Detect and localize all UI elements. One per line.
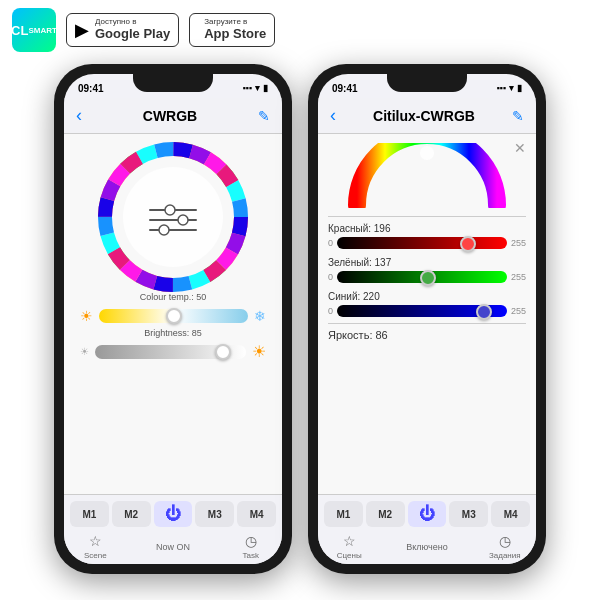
screen-right: 09:41 ▪▪▪ ▾ ▮ ‹ Citilux-CWRGB ✎	[318, 74, 536, 564]
blue-slider[interactable]	[337, 305, 507, 317]
signal-icon-right: ▪▪▪	[496, 83, 506, 93]
back-button-left[interactable]: ‹	[76, 105, 82, 126]
m1-button-left[interactable]: M1	[70, 501, 109, 527]
close-button-right[interactable]: ✕	[514, 140, 526, 156]
m2-button-right[interactable]: M2	[366, 501, 405, 527]
power-label-right: Включено	[406, 542, 448, 552]
m4-button-right[interactable]: M4	[491, 501, 530, 527]
header-title-left: CWRGB	[143, 108, 197, 124]
divider-1	[328, 216, 526, 217]
nav-tabs-left: ☆ Scene Now ON ◷ Task	[70, 533, 276, 560]
signal-icon: ▪▪▪	[242, 83, 252, 93]
header-title-right: Citilux-CWRGB	[373, 108, 475, 124]
time-left: 09:41	[78, 83, 104, 94]
temp-thumb[interactable]	[166, 308, 182, 324]
scene-label-left: Scene	[84, 551, 107, 560]
scene-icon-right: ☆	[343, 533, 356, 549]
red-slider[interactable]	[337, 237, 507, 249]
blue-thumb[interactable]	[476, 304, 492, 320]
svg-point-14	[178, 215, 188, 225]
svg-point-17	[420, 146, 434, 160]
memory-buttons-left: M1 M2 ⏻ M3 M4	[70, 501, 276, 527]
warm-sun-icon: ☀	[80, 308, 93, 324]
green-min: 0	[328, 272, 333, 282]
nav-tabs-right: ☆ Сцены Включено ◷ Задания	[324, 533, 530, 560]
edit-button-right[interactable]: ✎	[512, 108, 524, 124]
m2-button-left[interactable]: M2	[112, 501, 151, 527]
battery-icon: ▮	[263, 83, 268, 93]
power-icon-right: ⏻	[419, 505, 435, 523]
task-icon: ◷	[245, 533, 257, 549]
brightness-label: Brightness: 85	[78, 328, 268, 338]
temp-section: Colour temp.: 50 ☀ ❄	[74, 292, 272, 328]
memory-buttons-right: M1 M2 ⏻ M3 M4	[324, 501, 530, 527]
divider-2	[328, 323, 526, 324]
m3-button-right[interactable]: M3	[449, 501, 488, 527]
temp-slider[interactable]	[99, 309, 248, 323]
status-icons-right: ▪▪▪ ▾ ▮	[496, 83, 522, 93]
power-label-tab-left: Now ON	[123, 542, 224, 552]
phone-right: 09:41 ▪▪▪ ▾ ▮ ‹ Citilux-CWRGB ✎	[308, 64, 546, 574]
task-tab-left[interactable]: ◷ Task	[226, 533, 277, 560]
task-icon-right: ◷	[499, 533, 511, 549]
green-thumb[interactable]	[420, 270, 436, 286]
top-bar: CLSMART ▶ Доступно в Google Play Загрузи…	[0, 0, 600, 60]
red-min: 0	[328, 238, 333, 248]
scene-tab-right[interactable]: ☆ Сцены	[324, 533, 375, 560]
power-button-right[interactable]: ⏻	[408, 501, 447, 527]
color-arc-wrapper: ✕	[328, 140, 526, 210]
power-label-tab-right: Включено	[377, 542, 478, 552]
bright-row: ☀ ☀	[78, 340, 268, 363]
google-play-badge[interactable]: ▶ Доступно в Google Play	[66, 13, 179, 47]
red-thumb[interactable]	[460, 236, 476, 252]
power-icon-left: ⏻	[165, 505, 181, 523]
blue-track-row: 0 255	[328, 305, 526, 317]
blue-max: 255	[511, 306, 526, 316]
task-label-right: Задания	[489, 551, 521, 560]
power-button-left[interactable]: ⏻	[154, 501, 193, 527]
scene-tab-left[interactable]: ☆ Scene	[70, 533, 121, 560]
green-slider[interactable]	[337, 271, 507, 283]
wifi-icon-right: ▾	[509, 83, 514, 93]
cl-logo: CLSMART	[12, 8, 56, 52]
app-store-big: App Store	[204, 27, 266, 41]
svg-point-12	[165, 205, 175, 215]
brightness-label-right: Яркость: 86	[328, 329, 388, 341]
status-icons-left: ▪▪▪ ▾ ▮	[242, 83, 268, 93]
dim-sun-icon: ☀	[80, 346, 89, 357]
brightness-slider[interactable]	[95, 345, 246, 359]
color-wheel-area: Colour temp.: 50 ☀ ❄ Brightness: 85 ☀	[64, 134, 282, 494]
green-track-row: 0 255	[328, 271, 526, 283]
red-max: 255	[511, 238, 526, 248]
color-arc-svg	[347, 143, 507, 208]
bright-sun-icon: ☀	[252, 342, 266, 361]
color-wheel-wrapper[interactable]	[98, 142, 248, 292]
red-row: Красный: 196 0 255	[328, 223, 526, 249]
app-header-right: ‹ Citilux-CWRGB ✎	[318, 98, 536, 134]
snowflake-icon: ❄	[254, 308, 266, 324]
red-track-row: 0 255	[328, 237, 526, 249]
task-tab-right[interactable]: ◷ Задания	[480, 533, 531, 560]
notch-left	[133, 74, 213, 92]
brightness-section: Brightness: 85 ☀ ☀	[74, 328, 272, 363]
m1-button-right[interactable]: M1	[324, 501, 363, 527]
edit-button-left[interactable]: ✎	[258, 108, 270, 124]
color-wheel-svg[interactable]	[98, 142, 248, 292]
scene-icon: ☆	[89, 533, 102, 549]
m3-button-left[interactable]: M3	[195, 501, 234, 527]
app-store-badge[interactable]: Загрузите в App Store	[189, 13, 275, 47]
power-label-left: Now ON	[156, 542, 190, 552]
rgb-area: ✕ Красный: 196 0 255	[318, 134, 536, 494]
blue-min: 0	[328, 306, 333, 316]
blue-row: Синий: 220 0 255	[328, 291, 526, 317]
temp-label: Colour temp.: 50	[78, 292, 268, 302]
bottom-bar-left: M1 M2 ⏻ M3 M4 ☆ Scene Now ON	[64, 494, 282, 564]
green-max: 255	[511, 272, 526, 282]
back-button-right[interactable]: ‹	[330, 105, 336, 126]
svg-point-16	[159, 225, 169, 235]
m4-button-left[interactable]: M4	[237, 501, 276, 527]
wifi-icon: ▾	[255, 83, 260, 93]
brightness-thumb[interactable]	[215, 344, 231, 360]
battery-icon-right: ▮	[517, 83, 522, 93]
notch-right	[387, 74, 467, 92]
